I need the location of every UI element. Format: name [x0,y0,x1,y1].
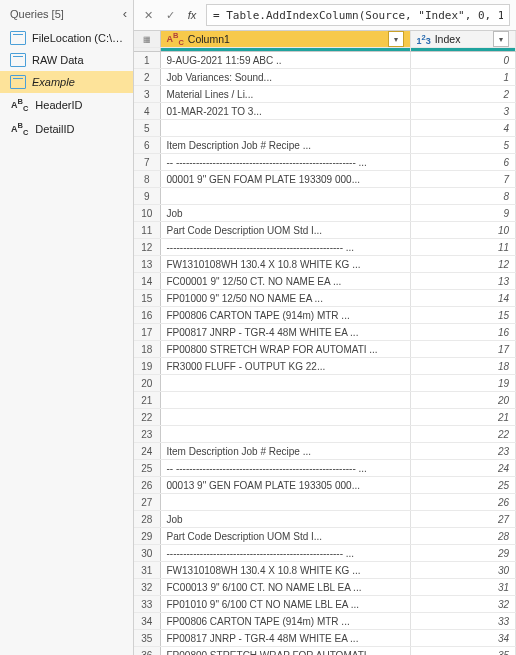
row-number[interactable]: 7 [134,154,160,171]
cell-index[interactable]: 21 [410,409,516,426]
cell-index[interactable]: 2 [410,86,516,103]
cell-index[interactable]: 18 [410,358,516,375]
cell-index[interactable]: 32 [410,596,516,613]
row-number[interactable]: 6 [134,137,160,154]
row-number[interactable]: 35 [134,630,160,647]
formula-cancel-icon[interactable]: ✕ [140,7,156,23]
cell-index[interactable]: 14 [410,290,516,307]
table-row[interactable]: 2322 [134,426,516,443]
cell-column1[interactable]: 01-MAR-2021 TO 3... [160,103,410,120]
row-number[interactable]: 9 [134,188,160,205]
column-header-column1[interactable]: ABC Column1 ▾ [160,31,410,48]
cell-column1[interactable]: FP00817 JNRP - TGR-4 48M WHITE EA ... [160,324,410,341]
row-number[interactable]: 31 [134,562,160,579]
column-filter-icon[interactable]: ▾ [493,31,509,47]
table-row[interactable]: 14 FC00001 9" 12/50 CT. NO NAME EA ...13 [134,273,516,290]
cell-index[interactable]: 22 [410,426,516,443]
cell-column1[interactable]: FP00800 STRETCH WRAP FOR AUTOMATI ... [160,341,410,358]
table-row[interactable]: 32 FC00013 9" 6/100 CT. NO NAME LBL EA .… [134,579,516,596]
column-header-index[interactable]: 123 Index ▾ [410,31,516,48]
row-number[interactable]: 4 [134,103,160,120]
table-row[interactable]: 6Item Description Job # Recipe ...5 [134,137,516,154]
cell-column1[interactable] [160,375,410,392]
table-row[interactable]: 2120 [134,392,516,409]
row-number[interactable]: 33 [134,596,160,613]
row-number[interactable]: 36 [134,647,160,656]
row-number[interactable]: 5 [134,120,160,137]
table-row[interactable]: 36 FP00800 STRETCH WRAP FOR AUTOMATI ...… [134,647,516,656]
table-row[interactable]: 34 FP00806 CARTON TAPE (914m) MTR ...33 [134,613,516,630]
fx-icon[interactable]: fx [184,7,200,23]
cell-column1[interactable]: FC00001 9" 12/50 CT. NO NAME EA ... [160,273,410,290]
cell-column1[interactable]: -- -------------------------------------… [160,154,410,171]
query-item-detailid[interactable]: ABC DetailID [0,117,133,141]
cell-index[interactable]: 13 [410,273,516,290]
cell-column1[interactable]: Item Description Job # Recipe ... [160,443,410,460]
query-item-headerid[interactable]: ABC HeaderID [0,93,133,117]
cell-index[interactable]: 24 [410,460,516,477]
cell-index[interactable]: 12 [410,256,516,273]
row-number[interactable]: 22 [134,409,160,426]
table-row[interactable]: 800001 9" GEN FOAM PLATE 193309 000...7 [134,171,516,188]
table-row[interactable]: 4 01-MAR-2021 TO 3...3 [134,103,516,120]
cell-index[interactable]: 29 [410,545,516,562]
table-row[interactable]: 19-AUG-2021 11:59 ABC ..0 [134,52,516,69]
table-row[interactable]: 2019 [134,375,516,392]
table-row[interactable]: 28 Job27 [134,511,516,528]
cell-index[interactable]: 7 [410,171,516,188]
cell-index[interactable]: 9 [410,205,516,222]
row-number[interactable]: 28 [134,511,160,528]
cell-column1[interactable]: Job [160,511,410,528]
table-row[interactable]: 18 FP00800 STRETCH WRAP FOR AUTOMATI ...… [134,341,516,358]
row-number[interactable]: 19 [134,358,160,375]
cell-index[interactable]: 11 [410,239,516,256]
cell-column1[interactable] [160,494,410,511]
cell-column1[interactable]: FW1310108WH 130.4 X 10.8 WHITE KG ... [160,256,410,273]
table-row[interactable]: 24Item Description Job # Recipe ...23 [134,443,516,460]
cell-column1[interactable]: 00013 9" GEN FOAM PLATE 193305 000... [160,477,410,494]
cell-index[interactable]: 23 [410,443,516,460]
cell-column1[interactable]: Part Code Description UOM Std I... [160,222,410,239]
row-number[interactable]: 23 [134,426,160,443]
column-filter-icon[interactable]: ▾ [388,31,404,47]
cell-index[interactable]: 20 [410,392,516,409]
queries-collapse-icon[interactable]: ‹ [123,6,127,21]
row-number[interactable]: 27 [134,494,160,511]
row-number[interactable]: 13 [134,256,160,273]
table-row[interactable]: 12 -------------------------------------… [134,239,516,256]
cell-index[interactable]: 1 [410,69,516,86]
cell-index[interactable]: 17 [410,341,516,358]
cell-index[interactable]: 15 [410,307,516,324]
cell-column1[interactable]: FC00013 9" 6/100 CT. NO NAME LBL EA ... [160,579,410,596]
cell-index[interactable]: 30 [410,562,516,579]
row-number[interactable]: 26 [134,477,160,494]
cell-column1[interactable]: FP01010 9" 6/100 CT NO NAME LBL EA ... [160,596,410,613]
row-number[interactable]: 20 [134,375,160,392]
row-number[interactable]: 29 [134,528,160,545]
table-row[interactable]: 33 FP01010 9" 6/100 CT NO NAME LBL EA ..… [134,596,516,613]
cell-column1[interactable]: ----------------------------------------… [160,545,410,562]
cell-index[interactable]: 34 [410,630,516,647]
table-row[interactable]: 2 Job Variances: Sound...1 [134,69,516,86]
table-row[interactable]: 11 Part Code Description UOM Std I...10 [134,222,516,239]
query-item-filelocation[interactable]: FileLocation (C:\Users\lisde... [0,27,133,49]
table-row[interactable]: 2221 [134,409,516,426]
cell-index[interactable]: 35 [410,647,516,656]
cell-column1[interactable] [160,392,410,409]
row-number[interactable]: 30 [134,545,160,562]
cell-column1[interactable] [160,188,410,205]
query-item-rawdata[interactable]: RAW Data [0,49,133,71]
table-row[interactable]: 10 Job9 [134,205,516,222]
row-number[interactable]: 3 [134,86,160,103]
cell-index[interactable]: 0 [410,52,516,69]
cell-index[interactable]: 8 [410,188,516,205]
cell-column1[interactable]: FP00817 JNRP - TGR-4 48M WHITE EA ... [160,630,410,647]
row-number[interactable]: 15 [134,290,160,307]
cell-index[interactable]: 28 [410,528,516,545]
cell-column1[interactable]: Job Variances: Sound... [160,69,410,86]
table-row[interactable]: 17 FP00817 JNRP - TGR-4 48M WHITE EA ...… [134,324,516,341]
cell-index[interactable]: 26 [410,494,516,511]
table-row[interactable]: 30 -------------------------------------… [134,545,516,562]
data-grid[interactable]: ▦ ABC Column1 ▾ 123 Index [134,31,516,655]
row-number[interactable]: 32 [134,579,160,596]
